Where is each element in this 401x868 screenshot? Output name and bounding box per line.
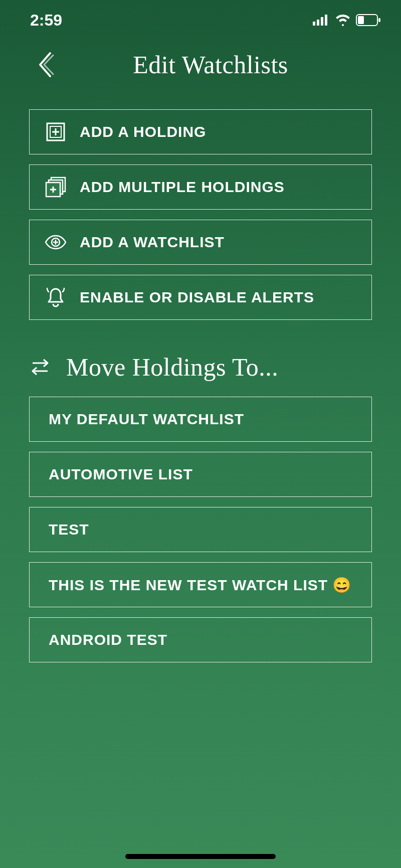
watchlist-label: TEST <box>49 521 89 538</box>
action-label: ADD A HOLDING <box>80 123 206 140</box>
svg-rect-3 <box>325 15 327 26</box>
back-button[interactable] <box>36 51 54 78</box>
signal-icon <box>313 15 330 26</box>
add-multiple-holdings-button[interactable]: ADD MULTIPLE HOLDINGS <box>29 164 372 210</box>
action-label: ADD A WATCHLIST <box>80 234 225 251</box>
battery-icon <box>356 14 381 26</box>
bell-icon <box>45 286 67 308</box>
plus-box-stack-icon <box>45 176 67 198</box>
watchlist-label: AUTOMOTIVE LIST <box>49 466 193 483</box>
header: Edit Watchlists <box>0 35 401 99</box>
add-watchlist-button[interactable]: ADD A WATCHLIST <box>29 220 372 265</box>
status-time: 2:59 <box>30 11 62 30</box>
watchlist-item-test[interactable]: TEST <box>29 507 372 552</box>
status-icons <box>313 14 381 26</box>
svg-rect-5 <box>378 18 380 22</box>
watchlist-item-android-test[interactable]: ANDROID TEST <box>29 617 372 662</box>
svg-rect-6 <box>358 16 364 24</box>
add-holding-button[interactable]: ADD A HOLDING <box>29 109 372 154</box>
watchlist-item-default[interactable]: MY DEFAULT WATCHLIST <box>29 397 372 442</box>
move-section-header: Move Holdings To... <box>29 353 372 382</box>
watchlist-label: ANDROID TEST <box>49 631 167 648</box>
home-indicator[interactable] <box>125 854 276 859</box>
svg-rect-2 <box>321 17 323 26</box>
wifi-icon <box>335 14 351 26</box>
svg-rect-0 <box>313 22 315 26</box>
plus-box-icon <box>45 121 67 143</box>
status-bar: 2:59 <box>0 0 401 35</box>
section-title: Move Holdings To... <box>66 353 278 382</box>
action-label: ENABLE OR DISABLE ALERTS <box>80 289 314 306</box>
watchlist-label: MY DEFAULT WATCHLIST <box>49 411 244 428</box>
toggle-alerts-button[interactable]: ENABLE OR DISABLE ALERTS <box>29 275 372 320</box>
watchlist-label: THIS IS THE NEW TEST WATCH LIST 😄 <box>49 576 351 594</box>
page-title: Edit Watchlists <box>35 50 371 79</box>
chevron-left-icon <box>36 51 54 78</box>
action-label: ADD MULTIPLE HOLDINGS <box>80 179 285 196</box>
svg-rect-1 <box>317 20 319 26</box>
swap-arrows-icon <box>30 357 50 377</box>
watchlist-item-automotive[interactable]: AUTOMOTIVE LIST <box>29 452 372 497</box>
content: ADD A HOLDING ADD MULTIPLE HOLDINGS ADD … <box>0 99 401 662</box>
watchlist-item-new-test[interactable]: THIS IS THE NEW TEST WATCH LIST 😄 <box>29 562 372 607</box>
eye-plus-icon <box>45 231 67 253</box>
